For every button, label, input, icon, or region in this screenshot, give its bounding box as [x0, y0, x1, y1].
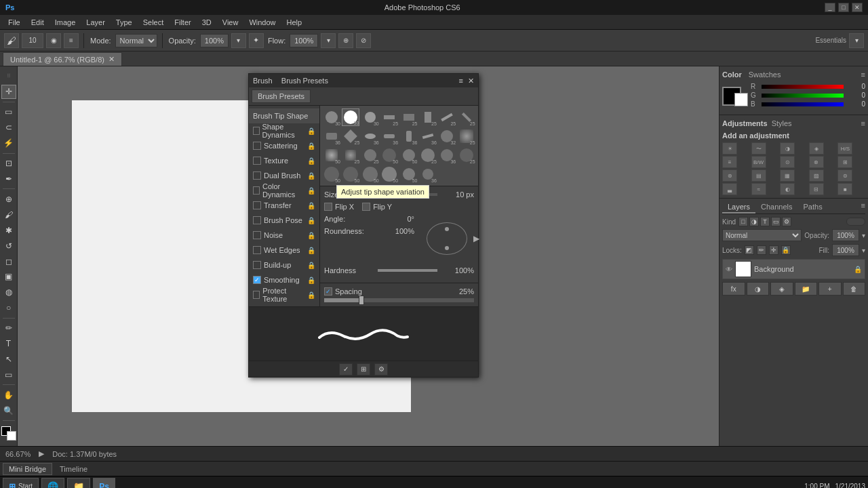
menu-3d[interactable]: 3D: [197, 17, 217, 28]
brush-panel-menu[interactable]: ≡: [459, 77, 463, 85]
ie-button[interactable]: 🌐: [41, 478, 64, 489]
adj-bw[interactable]: B/W: [751, 156, 766, 168]
sidebar-noise[interactable]: Noise 🔒: [249, 228, 319, 243]
minimize-button[interactable]: _: [825, 3, 835, 12]
spacing-slider[interactable]: [324, 298, 474, 302]
zoom-tool[interactable]: 🔍: [1, 403, 16, 418]
sidebar-brush-pose[interactable]: Brush Pose 🔒: [249, 213, 319, 228]
brush-preset-24[interactable]: 25: [458, 146, 475, 164]
brush-bottom-check[interactable]: ✓: [339, 363, 353, 375]
brush-preset-20[interactable]: 50: [380, 146, 398, 164]
adj-levels[interactable]: ▃: [722, 183, 737, 195]
brush-preset-25[interactable]: 50: [323, 165, 340, 183]
menu-image[interactable]: Image: [50, 17, 81, 28]
smooth-icon[interactable]: ⊕: [338, 33, 353, 48]
transfer-check[interactable]: [253, 201, 261, 209]
brush-preset-26[interactable]: 50: [342, 165, 359, 183]
clone-stamp-tool[interactable]: ✱: [1, 223, 16, 237]
marquee-tool[interactable]: ▭: [1, 105, 16, 119]
brush-preset-5[interactable]: 25: [400, 108, 418, 126]
adj-curves[interactable]: 〜: [751, 142, 766, 155]
fg-bg-colors[interactable]: [1, 426, 16, 441]
menu-layer[interactable]: Layer: [81, 17, 111, 28]
layer-group-button[interactable]: 📁: [795, 282, 818, 296]
crop-tool[interactable]: ⊡: [1, 157, 16, 171]
timeline-tab[interactable]: Timeline: [54, 463, 94, 475]
menu-type[interactable]: Type: [111, 17, 138, 28]
paths-tab[interactable]: Paths: [798, 201, 828, 214]
brush-preset-28[interactable]: 50: [380, 165, 398, 183]
buildup-check[interactable]: [253, 261, 261, 269]
brush-preset-12[interactable]: 36: [380, 127, 398, 145]
hardness-slider[interactable]: [378, 269, 437, 272]
adj-panel-menu[interactable]: ≡: [861, 119, 865, 127]
adj-color-lookup[interactable]: ⊞: [837, 156, 852, 168]
wet-edges-check[interactable]: [253, 246, 261, 254]
brush-preset-27[interactable]: 50: [361, 165, 379, 183]
flip-y-checkbox[interactable]: [362, 203, 370, 211]
menu-file[interactable]: File: [3, 17, 26, 28]
layer-delete-button[interactable]: 🗑: [843, 282, 866, 296]
lasso-tool[interactable]: ⊂: [1, 121, 16, 135]
magic-wand-tool[interactable]: ⚡: [1, 136, 16, 150]
menu-help[interactable]: Help: [281, 17, 308, 28]
adj-invert[interactable]: ⊛: [722, 169, 737, 182]
move-tool[interactable]: ✛: [1, 85, 16, 99]
sidebar-brush-tip-shape[interactable]: Brush Tip Shape: [249, 108, 319, 123]
brush-preset-13[interactable]: 36: [400, 127, 418, 145]
spacing-slider-thumb[interactable]: [359, 296, 364, 305]
size-slider[interactable]: [378, 193, 437, 196]
flip-x-checkbox[interactable]: [324, 203, 332, 211]
start-button[interactable]: ⊞ Start: [3, 478, 39, 489]
path-selection-tool[interactable]: ↖: [1, 352, 16, 367]
adj-brightness[interactable]: ☀: [722, 142, 737, 155]
adj-photo-filter[interactable]: ⊙: [780, 156, 795, 168]
g-slider[interactable]: [762, 94, 844, 98]
sidebar-color-dynamics[interactable]: Color Dynamics 🔒: [249, 183, 319, 198]
sidebar-scattering[interactable]: Scattering 🔒: [249, 138, 319, 153]
layers-blend-mode[interactable]: Normal: [722, 229, 802, 241]
adj-threshold[interactable]: ▦: [780, 169, 795, 182]
mini-bridge-tab[interactable]: Mini Bridge: [3, 463, 52, 475]
brush-preset-7[interactable]: 25: [438, 108, 456, 126]
brush-size-input[interactable]: 10: [22, 33, 43, 48]
brush-preset-19[interactable]: 25: [361, 146, 379, 164]
sidebar-shape-dynamics[interactable]: Shape Dynamics 🔒: [249, 123, 319, 138]
brush-preset-4[interactable]: 25: [380, 108, 398, 126]
sidebar-texture[interactable]: Texture 🔒: [249, 153, 319, 168]
layers-opacity-input[interactable]: [832, 229, 859, 241]
lock-all[interactable]: 🔒: [781, 245, 791, 255]
opacity-arrow[interactable]: ▾: [862, 232, 865, 239]
shape-tool[interactable]: ▭: [1, 368, 16, 382]
lock-paint[interactable]: ✏: [757, 245, 766, 255]
blur-tool[interactable]: ◍: [1, 285, 16, 300]
sidebar-dual-brush[interactable]: Dual Brush 🔒: [249, 168, 319, 183]
brush-preset-11[interactable]: 36: [361, 127, 379, 145]
shape-dynamics-check[interactable]: [253, 127, 260, 135]
brush-bottom-grid[interactable]: ⊞: [357, 363, 370, 375]
adj-pattern[interactable]: ⊟: [809, 183, 824, 195]
brush-preset-14[interactable]: 36: [419, 127, 437, 145]
pen-tool[interactable]: ✏: [1, 321, 16, 336]
sidebar-transfer[interactable]: Transfer 🔒: [249, 198, 319, 213]
brush-preset-17[interactable]: 50: [323, 146, 340, 164]
color-panel-menu[interactable]: ≡: [861, 70, 865, 79]
filter-pixel[interactable]: □: [738, 217, 748, 226]
dual-brush-check[interactable]: [253, 171, 261, 180]
maximize-button[interactable]: □: [838, 3, 849, 12]
b-slider[interactable]: [762, 102, 844, 106]
brush-preset-18[interactable]: 25: [342, 146, 359, 164]
brush-preset-29[interactable]: 50: [400, 165, 418, 183]
airbrush-icon[interactable]: ✦: [249, 33, 264, 48]
spacing-checkbox[interactable]: ✓: [324, 287, 332, 296]
brush-preset-16[interactable]: 25: [458, 127, 475, 145]
color-swatches-tab[interactable]: Swatches: [749, 70, 781, 79]
kind-toggle[interactable]: [846, 218, 865, 226]
layer-background[interactable]: 👁 Background 🔒: [722, 259, 865, 279]
adj-posterize[interactable]: ▤: [751, 169, 766, 182]
menu-filter[interactable]: Filter: [169, 17, 196, 28]
adj-channel-mixer[interactable]: ⊗: [809, 156, 824, 168]
background-color[interactable]: [734, 93, 748, 106]
text-tool[interactable]: T: [1, 337, 16, 351]
adj-exposure2[interactable]: ◐: [780, 183, 795, 195]
